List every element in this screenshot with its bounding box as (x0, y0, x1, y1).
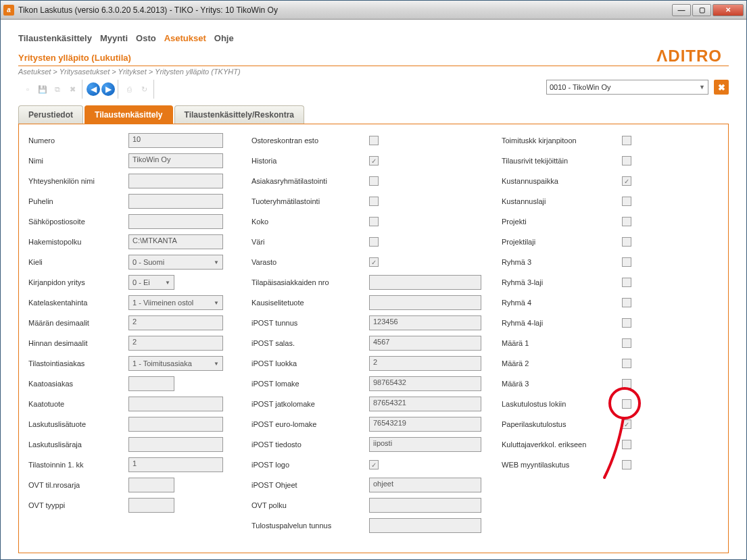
text-input[interactable]: TikoWin Oy (128, 153, 223, 168)
text-input[interactable] (369, 518, 481, 533)
menu-item-4[interactable]: Ohje (214, 33, 234, 43)
field-label: iPOST salas. (251, 339, 369, 347)
text-input[interactable] (128, 214, 223, 229)
checkbox[interactable] (369, 237, 379, 247)
close-panel-button[interactable]: ✖ (714, 80, 729, 95)
field-label: Sähköpostiosoite (28, 218, 128, 226)
checkbox[interactable] (622, 399, 631, 409)
chevron-down-icon: ▼ (214, 300, 219, 306)
field-row: Kirjanpidon yritys0 - Ei▼ (28, 274, 231, 290)
select-input[interactable]: 1 - Toimitusasiaka▼ (128, 356, 223, 371)
checkbox[interactable] (622, 338, 631, 348)
field-label: iPOST jatkolomake (251, 400, 369, 408)
text-input[interactable] (128, 376, 174, 391)
text-input[interactable]: 10 (128, 133, 223, 148)
checkbox[interactable] (622, 136, 631, 145)
checkbox[interactable] (622, 176, 631, 186)
field-row: Ryhmä 4-laji (502, 315, 684, 331)
chevron-down-icon: ▼ (165, 280, 170, 286)
checkbox[interactable] (369, 257, 379, 267)
field-label: Kaatotuote (28, 400, 128, 408)
checkbox[interactable] (622, 217, 631, 226)
text-input[interactable]: C:\MTKANTA (128, 234, 223, 249)
tab-1[interactable]: Tilaustenkäsittely (85, 105, 173, 124)
checkbox[interactable] (622, 156, 631, 166)
text-input[interactable]: 98765432 (369, 376, 481, 391)
text-input[interactable] (128, 194, 223, 209)
minimize-button[interactable] (672, 4, 691, 16)
field-label: Kausiselitetuote (251, 299, 369, 307)
text-input[interactable]: 87654321 (369, 397, 481, 411)
nav-prev-button[interactable]: ◀ (87, 82, 100, 96)
checkbox[interactable] (369, 197, 379, 206)
checkbox[interactable] (622, 460, 631, 469)
menu-item-2[interactable]: Osto (136, 33, 156, 43)
field-row: Ryhmä 3 (502, 254, 684, 270)
text-input[interactable] (128, 417, 223, 432)
menu-item-0[interactable]: Tilaustenkäsittely (18, 33, 92, 43)
field-label: Projekti (502, 218, 622, 226)
app-window: a Tikon Laskutus (versio 6.3.0.20 5.4.20… (0, 0, 747, 560)
field-row: iPOST salas.4567 (251, 335, 481, 351)
company-select[interactable]: 0010 - TikoWin Oy ▼ (546, 80, 708, 95)
text-input[interactable]: 4567 (369, 336, 481, 351)
field-row: iPOST euro-lomake76543219 (251, 416, 481, 432)
checkbox[interactable] (622, 440, 631, 449)
select-value: 0 - Ei (132, 278, 150, 286)
field-label: Tilastointiasiakas (28, 359, 128, 367)
field-row: Väri (251, 234, 481, 250)
close-window-button[interactable] (713, 4, 744, 16)
field-label: Tulostuspalvelun tunnus (251, 521, 369, 530)
checkbox[interactable] (622, 359, 631, 368)
menu-item-3[interactable]: Asetukset (164, 33, 206, 43)
text-input[interactable]: 76543219 (369, 417, 481, 432)
field-row: Kuluttajaverkkol. erikseen (502, 436, 684, 453)
text-input[interactable]: 2 (128, 315, 223, 330)
field-row: Asiakasryhmätilastointi (251, 173, 481, 189)
checkbox[interactable] (369, 156, 379, 166)
aditro-logo (656, 47, 722, 66)
checkbox[interactable] (622, 237, 631, 247)
text-input[interactable]: 1 (128, 457, 223, 472)
checkbox[interactable] (369, 136, 379, 145)
field-label: Projektilaji (502, 238, 622, 246)
field-row: Määrä 2 (502, 355, 684, 372)
field-row: Tulostuspalvelun tunnus (251, 517, 481, 534)
text-input[interactable] (128, 174, 223, 188)
text-input[interactable] (128, 498, 174, 513)
text-input[interactable]: 123456 (369, 315, 481, 330)
text-input[interactable] (128, 397, 223, 411)
save-icon: 💾 (36, 82, 49, 96)
field-row: Ryhmä 4 (502, 295, 684, 311)
checkbox[interactable] (369, 217, 379, 226)
select-input[interactable]: 0 - Suomi▼ (128, 255, 223, 270)
checkbox[interactable] (622, 379, 631, 388)
text-input[interactable] (128, 478, 174, 492)
text-input[interactable]: 2 (369, 356, 481, 371)
tab-0[interactable]: Perustiedot (18, 105, 83, 124)
tab-2[interactable]: Tilaustenkäsittely/Reskontra (174, 105, 305, 124)
checkbox[interactable] (622, 419, 631, 429)
checkbox[interactable] (622, 278, 631, 287)
text-input[interactable] (128, 437, 223, 452)
breadcrumb: Asetukset > Yritysasetukset > Yritykset … (18, 68, 729, 76)
select-input[interactable]: 0 - Ei▼ (128, 275, 174, 290)
text-input[interactable]: iiposti (369, 437, 481, 452)
text-input[interactable]: ohjeet (369, 478, 481, 492)
checkbox[interactable] (622, 318, 631, 328)
select-input[interactable]: 1 - Viimeinen ostol▼ (128, 295, 223, 310)
nav-next-button[interactable]: ▶ (101, 82, 115, 96)
maximize-button[interactable] (692, 4, 711, 16)
checkbox[interactable] (622, 257, 631, 267)
checkbox[interactable] (369, 176, 379, 186)
checkbox[interactable] (622, 197, 631, 206)
text-input[interactable]: 2 (128, 336, 223, 351)
field-label: Ryhmä 3-laji (502, 278, 622, 286)
checkbox[interactable] (622, 298, 631, 307)
text-input[interactable] (369, 275, 481, 290)
field-label: Kuluttajaverkkol. erikseen (502, 440, 622, 449)
menu-item-1[interactable]: Myynti (100, 33, 128, 43)
text-input[interactable] (369, 295, 481, 310)
text-input[interactable] (369, 498, 481, 513)
checkbox[interactable] (369, 460, 379, 469)
